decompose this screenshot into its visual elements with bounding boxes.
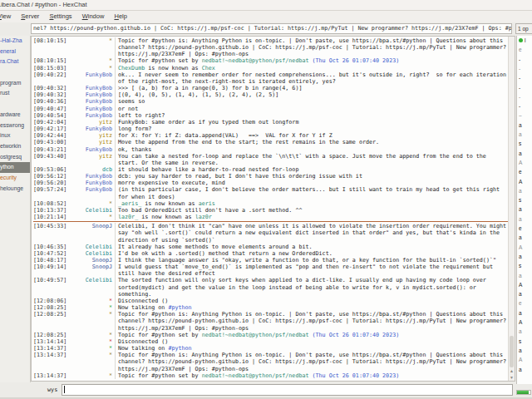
user-nick-fragment: a xyxy=(519,150,522,156)
user-nick-fragment: a xyxy=(519,291,522,297)
message-nick: FunkyBob xyxy=(67,98,115,105)
menu-window[interactable]: Window xyxy=(78,11,109,22)
menu-help[interactable]: Help xyxy=(110,11,131,22)
chat-message: [13:14:37]*Topic for #python set by nedb… xyxy=(33,372,508,379)
message-nick: FunkyBob xyxy=(67,180,115,186)
user-nick-fragment: e xyxy=(519,300,522,306)
user-list-item[interactable]: A xyxy=(517,355,532,364)
user-list-item[interactable]: a xyxy=(517,186,532,195)
user-list-item[interactable]: e xyxy=(517,298,532,308)
message-timestamp: [08:10:15] xyxy=(33,57,67,64)
message-body: Too bad OrderedDict still don't have a .… xyxy=(115,207,508,214)
sidebar-item[interactable]: ython xyxy=(0,162,30,173)
user-nick-fragment: A xyxy=(519,244,522,250)
user-list-item[interactable]: a xyxy=(517,214,532,224)
message-timestamp: [09:42:04] xyxy=(33,119,67,126)
user-list-item[interactable]: e xyxy=(517,224,532,233)
message-body: >>> [ (a, b) for a in range(0, 3) for b … xyxy=(115,85,508,91)
sidebar-item[interactable]: ecurity xyxy=(0,173,30,184)
user-nick-fragment: s xyxy=(519,140,521,146)
user-list-item[interactable]: a xyxy=(517,233,532,242)
message-segment: left to right? xyxy=(118,112,165,119)
user-list-item[interactable]: a xyxy=(517,327,532,336)
message-segment: nedbat!~nedbat@python/psf/nedbat xyxy=(202,332,309,338)
user-list-item[interactable]: s xyxy=(517,261,532,270)
message-segment: _aeris_ xyxy=(118,200,141,207)
message-body: Topic for #python is: Anything Python is… xyxy=(115,37,508,57)
user-list-item[interactable]: s xyxy=(517,195,532,204)
hexchat-window: Libera.Chat / #python - HexChat View Ser… xyxy=(0,0,532,399)
message-nick: FunkyBob xyxy=(67,71,115,78)
sidebar-item[interactable]: eneral xyxy=(0,47,30,57)
message-body: I'd be ok with a .sorted() method that r… xyxy=(115,250,508,257)
user-list-item[interactable]: s xyxy=(517,337,532,346)
user-list-item[interactable]: - xyxy=(517,64,532,73)
user-list-item[interactable]: e xyxy=(517,45,532,54)
user-list-item[interactable]: a xyxy=(517,364,532,373)
message-segment: ok... I never seem to remember order for… xyxy=(118,71,510,85)
server-message-star: * xyxy=(67,311,115,318)
user-list-item[interactable]: s xyxy=(517,139,532,148)
sidebar-item[interactable]: ardware xyxy=(0,110,30,121)
chat-message: [12:08:06]*Disconnected () xyxy=(33,298,508,304)
user-list-item[interactable]: - xyxy=(517,101,532,111)
user-list-item[interactable]: A xyxy=(517,318,532,327)
user-list-item[interactable]: a xyxy=(517,289,532,298)
user-count-button[interactable]: 1 op xyxy=(515,23,532,34)
user-list-item[interactable]: A xyxy=(517,243,532,252)
sidebar-item[interactable]: esswrong xyxy=(0,121,30,131)
user-list-item[interactable]: a xyxy=(517,308,532,318)
user-list-item[interactable]: A xyxy=(517,158,532,167)
message-segment: I would guess that `move_to_end()` is im… xyxy=(118,264,496,277)
message-body: [(0, 4), (0, 5), (1, 4), (1, 5), (2, 4),… xyxy=(115,91,508,98)
sidebar-item[interactable]: inux xyxy=(0,131,30,141)
menu-server[interactable]: Server xyxy=(17,11,43,22)
message-segment: Now talking on xyxy=(118,304,168,311)
scroll-down-icon[interactable]: ▼ xyxy=(509,374,515,381)
user-nick-fragment: A xyxy=(519,160,522,165)
chat-scrollbar[interactable]: ▲ ▼ xyxy=(508,37,515,381)
message-timestamp: [10:45:33] xyxy=(33,223,67,229)
message-timestamp: [10:08:52] xyxy=(33,200,67,207)
user-list-item[interactable]: - xyxy=(517,82,532,91)
sidebar-item[interactable]: rust xyxy=(0,88,30,99)
user-list-item[interactable]: - xyxy=(517,73,532,82)
chat-message: [13:14:14]*Disconnected () xyxy=(33,338,508,345)
user-list-item[interactable]: A xyxy=(517,176,532,185)
user-list: le------~aasaAeAasaaeaAasaAaeaAasaAa xyxy=(516,36,532,384)
chat-message: [08:10:15]*Topic for #python set by nedb… xyxy=(33,57,508,64)
user-list-item[interactable]: a xyxy=(517,130,532,139)
user-list-item[interactable]: - xyxy=(517,55,532,64)
scroll-up-icon[interactable]: ▲ xyxy=(509,367,515,374)
message-input[interactable] xyxy=(62,384,513,396)
topic-input[interactable]: nel? https://pound-python.github.io | Co… xyxy=(31,23,512,34)
sidebar-item[interactable]: ostgresq xyxy=(0,152,30,163)
message-timestamp: [09:43:21] xyxy=(33,146,67,153)
user-list-item[interactable]: A xyxy=(517,280,532,289)
chat-message: [09:43:40]yitzYou can take a nested for-… xyxy=(33,153,508,166)
message-nick: SnoopJ xyxy=(67,264,115,270)
user-list-item[interactable]: a xyxy=(517,252,532,261)
message-body: I would guess that `move_to_end()` is im… xyxy=(115,264,508,277)
message-segment: is now known as xyxy=(138,214,195,220)
sidebar-item[interactable]: etworkin xyxy=(0,141,30,152)
menu-view[interactable]: View xyxy=(0,11,15,22)
user-list-item[interactable]: a xyxy=(517,204,532,214)
message-segment: aeris xyxy=(199,200,215,207)
user-list-item[interactable]: a xyxy=(517,346,532,355)
user-list-item[interactable]: a xyxy=(517,270,532,279)
user-list-item[interactable]: ~ xyxy=(517,111,532,120)
user-list-item[interactable]: a xyxy=(517,149,532,158)
user-list-item[interactable]: a xyxy=(517,121,532,130)
nick-button[interactable]: wys xyxy=(47,387,57,393)
user-nick-fragment: e xyxy=(519,47,522,52)
sidebar-item[interactable]: -Hal-Zha xyxy=(0,36,30,47)
scrollbar-thumb[interactable] xyxy=(510,336,514,367)
user-list-item[interactable]: e xyxy=(517,167,532,176)
sidebar-item[interactable]: program xyxy=(0,78,30,89)
menu-settings[interactable]: Settings xyxy=(45,11,76,22)
sidebar-item[interactable]: ra.Chat xyxy=(0,57,30,67)
user-list-item[interactable]: l xyxy=(517,36,532,45)
sidebar-item[interactable]: helounge xyxy=(0,184,30,195)
user-list-item[interactable]: - xyxy=(517,92,532,101)
